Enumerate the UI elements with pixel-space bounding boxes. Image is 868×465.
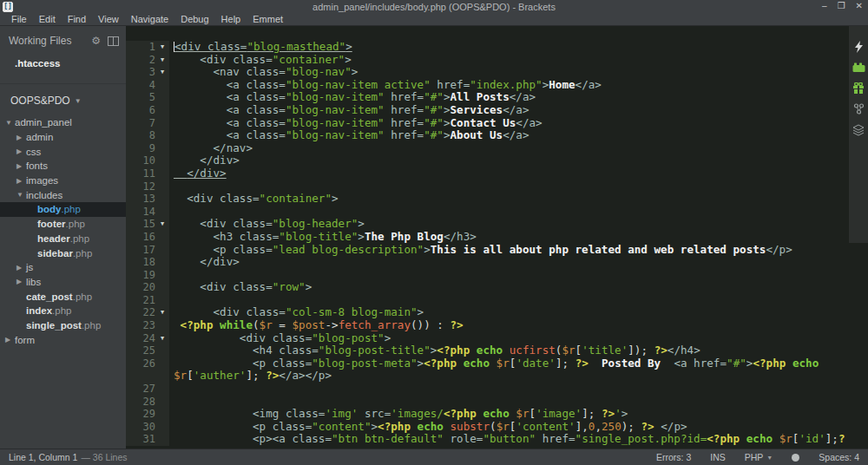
code-text: <a class="blog-nav-item" href="#">Servic…: [169, 104, 868, 117]
fold-arrow-placeholder: [155, 206, 169, 219]
tree-item-images[interactable]: ▶images: [0, 174, 126, 188]
tree-item-sidebar-php[interactable]: sidebar.php: [0, 246, 126, 260]
fold-arrow-icon[interactable]: ▼: [155, 306, 169, 319]
layers-icon[interactable]: [852, 123, 865, 136]
tree-item-cate_post-php[interactable]: cate_post.php: [0, 289, 126, 304]
tree-item-css[interactable]: ▶css: [0, 144, 126, 159]
insert-mode-toggle[interactable]: INS: [710, 452, 726, 462]
nodes-graph-icon[interactable]: [852, 102, 865, 115]
working-file-htaccess[interactable]: .htaccess: [0, 56, 126, 71]
chevron-collapsed-icon[interactable]: ▶: [5, 336, 10, 344]
line-number-gutter: 1▼: [126, 41, 169, 54]
menu-item-navigate[interactable]: Navigate: [125, 13, 174, 26]
chevron-collapsed-icon[interactable]: ▶: [16, 134, 22, 141]
menu-item-file[interactable]: File: [5, 13, 33, 26]
line-number-gutter: 11: [126, 167, 169, 180]
line-number-gutter: 6: [126, 104, 169, 117]
line-number-gutter: 24▼: [126, 332, 169, 345]
tree-item-libs[interactable]: ▶libs: [0, 275, 126, 290]
fold-arrow-placeholder: [155, 319, 169, 332]
code-line-29: 29 <img class='img' src='images/<?php ec…: [126, 408, 868, 421]
fold-arrow-icon[interactable]: ▼: [155, 218, 169, 231]
code-line-30: 30 <p class="content"><?php echo substr(…: [126, 421, 868, 434]
fold-arrow-icon[interactable]: ▼: [155, 54, 169, 67]
fold-arrow-placeholder: [155, 244, 169, 257]
code-text: <div class="row">: [169, 281, 868, 294]
language-selector[interactable]: PHP ▼: [745, 452, 773, 462]
menu-item-view[interactable]: View: [92, 13, 125, 26]
tree-item-footer-php[interactable]: footer.php: [0, 217, 126, 232]
code-line-7: 7 <a class="blog-nav-item" href="#">Cont…: [126, 117, 868, 130]
menu-item-debug[interactable]: Debug: [174, 13, 214, 26]
working-files-list: .htaccess: [0, 52, 126, 84]
line-number-gutter: 25: [126, 344, 169, 357]
fold-arrow-placeholder: [155, 396, 169, 409]
code-text: <div class="blog-masthead">: [169, 41, 868, 54]
tree-item-header-php[interactable]: header.php: [0, 232, 126, 246]
tree-item-js[interactable]: ▶js: [0, 260, 126, 275]
split-view-icon[interactable]: [108, 36, 119, 46]
code-line-26: 26 <p class="blog-post-meta"><?php echo …: [126, 357, 868, 383]
line-number-gutter: 10: [126, 154, 169, 167]
indent-setting[interactable]: Spaces: 4: [819, 452, 859, 462]
line-number-gutter: 20: [126, 281, 169, 294]
code-text: [169, 383, 868, 396]
chevron-collapsed-icon[interactable]: ▶: [16, 177, 22, 185]
fold-arrow-icon[interactable]: ▼: [155, 66, 169, 79]
code-text: </div>: [169, 167, 868, 180]
menu-item-help[interactable]: Help: [215, 13, 247, 26]
fold-arrow-placeholder: [155, 129, 169, 142]
code-line-25: 25 <h4 class="blog-post-title"><?php ech…: [126, 344, 868, 357]
fold-arrow-placeholder: [155, 269, 169, 282]
line-number-gutter: 15▼: [126, 218, 169, 231]
project-name: OOPS&PDO: [10, 95, 70, 107]
window-chrome: [] admin_panel/includes/body.php (OOPS&P…: [0, 0, 868, 26]
fold-arrow-placeholder: [155, 344, 169, 357]
code-line-9: 9 </nav>: [126, 142, 868, 155]
chevron-expanded-icon[interactable]: ▼: [5, 119, 12, 127]
fold-arrow-placeholder: [155, 91, 169, 104]
fold-arrow-icon[interactable]: ▼: [155, 332, 169, 345]
menu-bar: FileEditFindViewNavigateDebugHelpEmmet: [0, 13, 868, 26]
inspection-status-icon[interactable]: [792, 454, 799, 462]
menu-item-edit[interactable]: Edit: [33, 13, 62, 26]
chevron-collapsed-icon[interactable]: ▶: [16, 264, 22, 272]
close-button[interactable]: ✕: [856, 1, 863, 11]
code-editor[interactable]: 1▼<div class="blog-masthead">2▼ <div cla…: [126, 26, 868, 449]
chevron-expanded-icon[interactable]: ▼: [16, 191, 23, 199]
minimize-button[interactable]: –: [822, 1, 827, 11]
project-switcher[interactable]: OOPS&PDO ▼: [0, 84, 126, 112]
fold-arrow-icon[interactable]: ▼: [155, 41, 169, 54]
tree-item-admin_panel[interactable]: ▼admin_panel: [0, 115, 126, 130]
brackets-window: [] admin_panel/includes/body.php (OOPS&P…: [0, 0, 868, 465]
chevron-collapsed-icon[interactable]: ▶: [16, 147, 22, 155]
tree-item-body-php[interactable]: body.php: [0, 202, 126, 217]
brick-extension-icon[interactable]: [852, 61, 865, 74]
code-line-17: 17 <p class="lead blog-description">This…: [126, 244, 868, 257]
menu-item-find[interactable]: Find: [62, 13, 92, 26]
fold-arrow-placeholder: [155, 383, 169, 396]
cursor-position: Line 1, Column 1: [9, 452, 77, 462]
gift-extension-icon[interactable]: [852, 82, 865, 95]
gear-icon[interactable]: ⚙: [91, 36, 101, 46]
fold-arrow-placeholder: [155, 193, 169, 206]
tree-item-index-php[interactable]: index.php: [0, 304, 126, 318]
chevron-collapsed-icon[interactable]: ▶: [16, 278, 22, 285]
tree-item-single_post-php[interactable]: single_post.php: [0, 318, 126, 333]
chevron-collapsed-icon[interactable]: ▶: [16, 162, 22, 170]
title-bar: [] admin_panel/includes/body.php (OOPS&P…: [0, 0, 868, 13]
line-number-gutter: 29: [126, 408, 169, 421]
working-files-title: Working Files: [9, 35, 91, 47]
menu-item-emmet[interactable]: Emmet: [247, 13, 289, 26]
code-text: <p><a class="btn btn-default" role="butt…: [169, 433, 868, 446]
tree-item-includes[interactable]: ▼includes: [0, 187, 126, 202]
live-preview-lightning-icon[interactable]: [852, 40, 865, 53]
tree-item-admin[interactable]: ▶admin: [0, 130, 126, 145]
fold-arrow-placeholder: [155, 421, 169, 434]
tree-item-label: admin_panel: [15, 117, 72, 128]
code-line-2: 2▼ <div class="container">: [126, 54, 868, 67]
maximize-button[interactable]: ❐: [838, 1, 845, 11]
tree-item-form[interactable]: ▶form: [0, 332, 126, 347]
tree-item-fonts[interactable]: ▶fonts: [0, 159, 126, 174]
errors-indicator[interactable]: Errors: 3: [656, 452, 691, 462]
